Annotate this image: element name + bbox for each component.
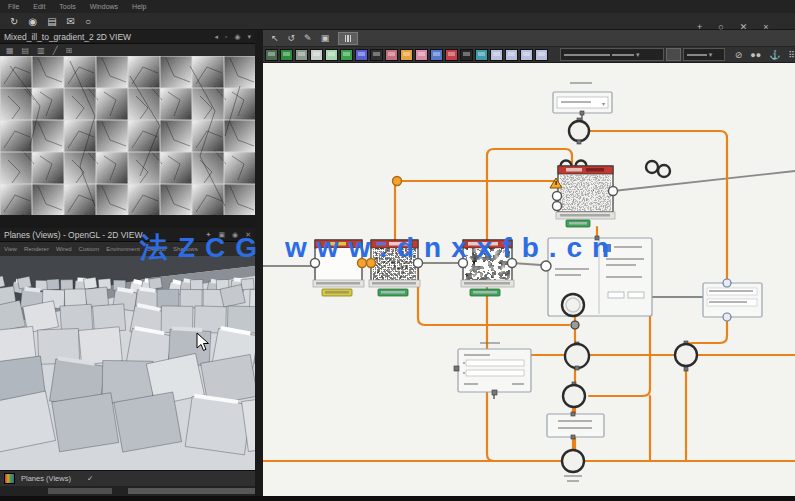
view3d-title-bar[interactable]: Planes (Views) - OpenGL - 2D VIEW ✦▣◉✕ [0, 228, 255, 242]
quickbar-icon[interactable]: ▤ [47, 16, 56, 27]
view3d-menu-item[interactable]: Environment [106, 246, 140, 252]
quickbar-icon[interactable]: ◉ [28, 16, 37, 27]
menu-item[interactable]: Help [132, 3, 146, 10]
node-palette-swatch[interactable] [310, 49, 323, 61]
panel-button[interactable] [608, 292, 624, 298]
node-palette-swatch[interactable] [340, 49, 353, 61]
window-icon[interactable]: ◂ [214, 33, 218, 41]
quickbar-icon[interactable]: ✉ [67, 16, 75, 27]
window-icon[interactable]: ▫ [225, 33, 227, 41]
menu-item[interactable]: File [8, 3, 19, 10]
node-connector-circle[interactable] [562, 294, 584, 316]
wire-junction-dot[interactable] [571, 321, 579, 329]
node-noise-warning[interactable] [550, 161, 618, 228]
node-palette-swatch[interactable] [325, 49, 338, 61]
wire-junction-dot[interactable] [393, 177, 402, 186]
node-text-panel[interactable] [547, 412, 604, 439]
window-control[interactable]: ○ [718, 22, 723, 32]
panel-color-chip[interactable] [603, 244, 611, 252]
quickbar-icon[interactable]: ↻ [10, 16, 18, 27]
node-parameter-dialog[interactable] [454, 342, 531, 395]
graph-layout-button[interactable] [338, 32, 358, 45]
window-icon[interactable]: ◉ [232, 231, 238, 239]
graph-right-icon[interactable]: ●● [750, 50, 761, 60]
node-output-selector[interactable]: ▾ [553, 92, 612, 115]
graph-right-icon[interactable]: ⠿ [788, 50, 795, 60]
view3d-menu-item[interactable]: Shadows [173, 246, 198, 252]
node-palette-swatch[interactable] [370, 49, 383, 61]
node-noise-b[interactable] [367, 240, 423, 296]
node-connector-circle[interactable] [569, 118, 589, 144]
status-bar [0, 486, 255, 496]
menu-item[interactable]: Windows [90, 3, 118, 10]
node-palette-swatch[interactable] [460, 49, 473, 61]
graph-view-mode-button[interactable] [666, 48, 681, 61]
window-icon[interactable]: ▣ [218, 231, 225, 239]
panel-button[interactable] [628, 292, 644, 298]
graph-canvas[interactable]: ▾ [263, 63, 795, 501]
node-uniform-color[interactable] [311, 240, 367, 296]
node-palette-swatch[interactable] [385, 49, 398, 61]
view3d-tab-bar: Planes (Views) ✓ [0, 470, 255, 486]
node-connector-circle[interactable] [565, 342, 589, 370]
node-palette-swatch[interactable] [505, 49, 518, 61]
node-output-panel[interactable] [703, 279, 762, 321]
graph-tool-icon[interactable]: ▣ [321, 33, 330, 43]
node-palette-swatch[interactable] [520, 49, 533, 61]
graph-toolbar: ↖↺✎▣ [263, 30, 795, 47]
graph-path-dropdown[interactable]: ▾ [560, 48, 664, 61]
view3d-menu-item[interactable]: Renderer [24, 246, 49, 252]
window-control[interactable]: + [697, 22, 702, 32]
view2d-tool-icon[interactable]: ▤ [22, 46, 30, 55]
view3d-menu-item[interactable]: Custom [79, 246, 100, 252]
view2d-tool-icon[interactable]: ╱ [53, 46, 58, 55]
quickbar-icon[interactable]: ○ [85, 16, 91, 27]
node-palette-swatch[interactable] [490, 49, 503, 61]
node-palette-swatch[interactable] [445, 49, 458, 61]
window-control[interactable]: ✕ [740, 22, 748, 32]
graph-tool-icon[interactable]: ↺ [288, 33, 296, 43]
node-connector-circle[interactable] [562, 450, 584, 482]
view2d-title-bar[interactable]: Mixed_ill_to_gradient_2 2D VIEW ◂▫◉▾ [0, 30, 255, 44]
window-icon[interactable]: ✕ [245, 231, 251, 239]
node-properties-panel[interactable] [541, 236, 652, 316]
view3d-title: Planes (Views) - OpenGL - 2D VIEW [4, 230, 142, 240]
view3d-menu-item[interactable]: Wired [56, 246, 72, 252]
window-icon[interactable]: ✦ [206, 231, 212, 239]
node-palette-swatch[interactable] [475, 49, 488, 61]
view2d-canvas[interactable] [0, 56, 255, 215]
view2d-tool-icon[interactable]: ▦ [6, 46, 14, 55]
node-palette-swatch[interactable] [400, 49, 413, 61]
graph-tool-icon[interactable]: ↖ [271, 33, 279, 43]
node-palette-swatch[interactable] [295, 49, 308, 61]
node-connector-circle[interactable] [563, 382, 585, 407]
node-palette-swatch[interactable] [430, 49, 443, 61]
quick-toolbar: ↻◉▤✉○ [0, 13, 795, 30]
node-dot[interactable] [658, 165, 670, 177]
menu-item[interactable]: Edit [33, 3, 45, 10]
graph-zoom-dropdown[interactable]: ▾ [683, 48, 725, 61]
node-connector-circle[interactable] [675, 341, 697, 371]
view3d-menu-item[interactable]: Default [147, 246, 166, 252]
node-palette-swatch[interactable] [535, 49, 548, 61]
node-palette-swatch[interactable] [415, 49, 428, 61]
graph-right-icon[interactable]: ⚓ [769, 50, 780, 60]
node-label [570, 82, 592, 84]
node-palette-swatch[interactable] [280, 49, 293, 61]
node-dot[interactable] [646, 161, 658, 173]
menu-item[interactable]: Tools [59, 3, 75, 10]
window-icon[interactable]: ▾ [247, 33, 251, 41]
view2d-tool-icon[interactable]: ▥ [37, 46, 45, 55]
panel-splitter[interactable] [255, 30, 263, 501]
graph-right-icon[interactable]: ⊘ [735, 50, 743, 60]
view3d-menu-item[interactable]: View [4, 246, 17, 252]
view2d-tool-icon[interactable]: ⊞ [66, 46, 73, 55]
planes-tab[interactable]: Planes (Views) [21, 474, 71, 483]
view2d-title: Mixed_ill_to_gradient_2 2D VIEW [4, 32, 131, 42]
graph-tool-icon[interactable]: ✎ [304, 33, 312, 43]
node-palette-swatch[interactable] [355, 49, 368, 61]
node-palette-swatch[interactable] [265, 49, 278, 61]
window-control[interactable]: × [763, 22, 768, 32]
view3d-canvas[interactable] [0, 256, 255, 470]
window-icon[interactable]: ◉ [234, 33, 240, 41]
